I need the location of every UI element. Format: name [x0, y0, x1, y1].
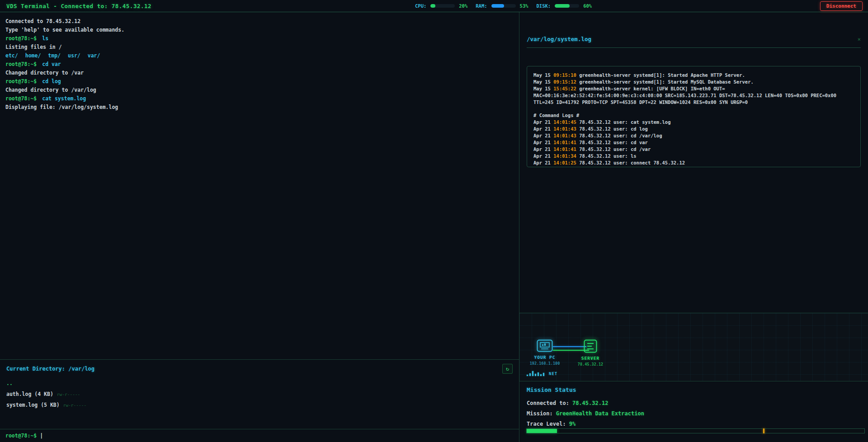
- log-message: 78.45.32.12 user: ls: [576, 153, 637, 159]
- log-line: Apr 21 14:01:34 78.45.32.12 user: ls: [533, 153, 854, 160]
- file-name: ..: [6, 380, 13, 386]
- stat-meter: [555, 4, 579, 8]
- system-stats: CPU:20%RAM:53%DISK:60%: [415, 0, 592, 12]
- connected-value: 78.45.32.12: [572, 400, 608, 406]
- log-timestamp: 09:15:12: [553, 79, 576, 85]
- file-item[interactable]: system.log (5 KB)rw-r-----: [6, 400, 513, 410]
- directory-link[interactable]: etc/: [5, 52, 18, 59]
- mission-value: GreenHealth Data Extraction: [556, 410, 644, 417]
- log-line: May 15 09:15:10 greenhealth-server syste…: [533, 72, 854, 79]
- mission-title: Mission Status: [527, 386, 861, 393]
- stat-meter-fill: [430, 4, 435, 8]
- server-icon: [584, 339, 597, 353]
- log-timestamp: 15:45:22: [553, 86, 576, 91]
- file-browser-panel: Current Directory: /var/log ↻ ..auth.log…: [0, 359, 519, 429]
- log-timestamp: 14:01:41: [553, 140, 576, 145]
- net-bars: [527, 371, 544, 376]
- trace-level-fill: [527, 429, 557, 433]
- stat-meter-fill: [491, 4, 505, 8]
- pc-icon: [537, 339, 553, 352]
- log-timestamp: 14:01:41: [553, 146, 576, 152]
- log-message: 78.45.32.12 user: cd /var/log: [576, 133, 662, 138]
- log-line: May 15 15:45:22 greenhealth-server kerne…: [533, 85, 854, 106]
- trace-threshold-marker: [763, 428, 764, 433]
- stat-value: 53%: [520, 3, 528, 9]
- terminal-line: Changed directory to /var/log: [5, 86, 514, 94]
- server-node: SERVER 78.45.32.12: [572, 339, 609, 367]
- file-item[interactable]: auth.log (4 KB)rw-r-----: [6, 389, 513, 400]
- net-activity-bar: [543, 373, 544, 376]
- file-viewer-header: /var/log/system.log ×: [527, 36, 861, 48]
- stat-value: 60%: [583, 3, 592, 9]
- directory-link[interactable]: home/: [25, 52, 41, 59]
- directory-link[interactable]: tmp/: [48, 52, 61, 59]
- log-message: 78.45.32.12 user: cd var: [576, 140, 648, 145]
- file-permissions: rw-r-----: [57, 392, 80, 397]
- net-activity-bar: [535, 374, 536, 376]
- terminal-line: root@78:~$cd log: [5, 77, 514, 86]
- network-map-panel: YOUR PC 192.168.1.100 SERVER 78.45.32.12: [519, 313, 868, 381]
- net-activity-indicator: NET: [527, 371, 557, 376]
- system-stat: CPU:20%: [415, 3, 467, 9]
- prompt-label: root@78:~$: [5, 35, 37, 42]
- stat-label: RAM:: [476, 3, 487, 9]
- file-item[interactable]: ..: [6, 378, 513, 389]
- log-message: 78.45.32.12 user: cd /var: [576, 146, 651, 152]
- log-timestamp: 14:01:34: [553, 153, 576, 159]
- terminal-line: Listing files in /: [5, 43, 514, 52]
- text-cursor: |: [40, 433, 43, 439]
- trace-row: Trace Level:9%: [527, 421, 861, 427]
- log-date: Apr 21: [533, 153, 553, 159]
- log-date: May 15: [533, 86, 553, 91]
- log-line: Apr 21 14:01:43 78.45.32.12 user: cd log: [533, 126, 854, 132]
- net-activity-bar: [532, 371, 533, 376]
- pc-ip: 192.168.1.100: [527, 361, 563, 366]
- log-message: greenhealth-server kernel: [UFW BLOCK] I…: [533, 86, 839, 105]
- trace-level-bar: [526, 428, 865, 433]
- terminal-line: Type 'help' to see available commands.: [5, 26, 514, 34]
- directory-link[interactable]: var/: [88, 52, 100, 59]
- log-timestamp: 14:01:43: [553, 126, 576, 132]
- command-text: cat system.log: [42, 95, 86, 102]
- log-line: Apr 21 14:01:25 78.45.32.12 user: connec…: [533, 160, 854, 166]
- log-timestamp: 14:01:25: [553, 160, 576, 165]
- server-label: SERVER: [572, 356, 609, 361]
- system-stat: RAM:53%: [476, 3, 528, 9]
- disconnect-button[interactable]: Disconnect: [820, 1, 863, 11]
- terminal-line: root@78:~$cat system.log: [5, 94, 514, 103]
- directory-link[interactable]: usr/: [68, 52, 80, 59]
- net-activity-bar: [538, 372, 539, 376]
- log-line: Apr 21 14:01:41 78.45.32.12 user: cd /va…: [533, 146, 854, 153]
- file-name: system.log (5 KB): [6, 402, 60, 408]
- close-icon[interactable]: ×: [858, 36, 861, 42]
- stat-label: DISK:: [537, 3, 551, 9]
- file-viewer-panel: /var/log/system.log × May 15 09:15:10 gr…: [519, 12, 868, 313]
- net-activity-bar: [529, 373, 531, 376]
- trace-value: 9%: [569, 421, 576, 427]
- log-line: Apr 21 14:01:41 78.45.32.12 user: cd var: [533, 139, 854, 146]
- stat-label: CPU:: [415, 3, 426, 9]
- refresh-icon: ↻: [506, 366, 509, 372]
- trace-label: Trace Level:: [527, 421, 566, 427]
- log-line: Apr 21 14:01:45 78.45.32.12 user: cat sy…: [533, 119, 854, 126]
- command-input-line[interactable]: root@78:~$ |: [0, 429, 519, 442]
- mission-label: Mission:: [527, 410, 553, 417]
- file-browser-header: Current Directory: /var/log ↻: [6, 364, 513, 374]
- log-line: [533, 106, 854, 113]
- file-list: ..auth.log (4 KB)rw-r-----system.log (5 …: [6, 378, 513, 410]
- prompt-label: root@78:~$: [5, 95, 37, 102]
- log-line: # Command Logs #: [533, 112, 854, 119]
- log-line: May 15 09:15:12 greenhealth-server syste…: [533, 79, 854, 85]
- net-activity-bar: [540, 374, 542, 376]
- refresh-button[interactable]: ↻: [502, 364, 513, 374]
- terminal-line: Displaying file: /var/log/system.log: [5, 103, 514, 112]
- log-date: May 15: [533, 72, 553, 78]
- right-column: /var/log/system.log × May 15 09:15:10 gr…: [519, 12, 868, 442]
- log-date: Apr 21: [533, 126, 553, 132]
- file-name: auth.log (4 KB): [6, 391, 53, 397]
- stat-value: 20%: [459, 3, 467, 9]
- log-date: Apr 21: [533, 119, 553, 125]
- file-viewer-title: /var/log/system.log: [527, 36, 591, 42]
- log-date: Apr 21: [533, 146, 553, 152]
- mission-row: Mission:GreenHealth Data Extraction: [527, 410, 861, 417]
